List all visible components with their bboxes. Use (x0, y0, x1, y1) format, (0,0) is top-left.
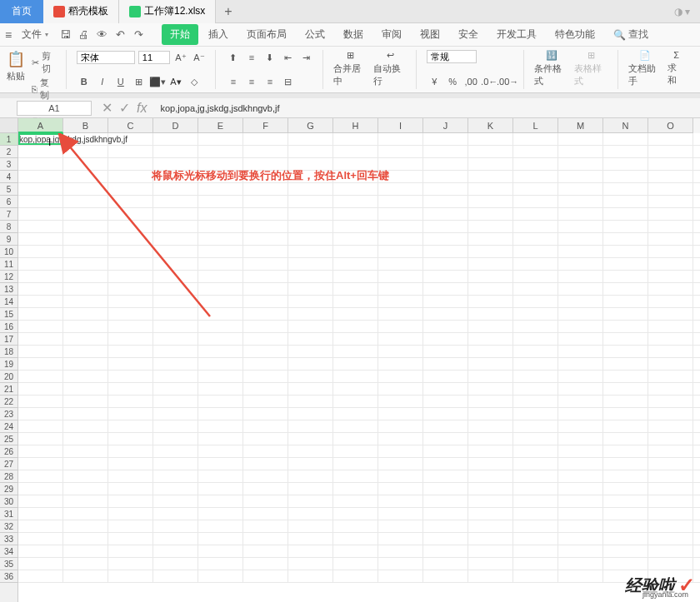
cell[interactable] (153, 445, 198, 457)
cell[interactable] (378, 396, 423, 407)
tab-file[interactable]: 工作簿12.xlsx (119, 0, 216, 23)
cell[interactable] (513, 333, 558, 345)
cell[interactable] (378, 233, 423, 245)
cell[interactable] (333, 570, 378, 582)
cell[interactable] (63, 346, 108, 357)
cell[interactable] (513, 271, 558, 282)
cell[interactable] (558, 470, 603, 482)
cell[interactable] (108, 333, 153, 345)
save-icon[interactable]: 🖫 (58, 28, 72, 42)
cell[interactable] (243, 146, 288, 157)
cell[interactable] (198, 408, 243, 420)
grid-body[interactable]: kop,jopa,jg,jskdg,jsdkhngvb,jf I 将鼠标光标移动… (18, 133, 700, 602)
new-tab-button[interactable]: + (216, 4, 240, 19)
cell[interactable] (243, 458, 288, 470)
row-header-13[interactable]: 13 (0, 283, 18, 296)
cell[interactable] (468, 533, 513, 545)
cell[interactable] (378, 545, 423, 557)
cell[interactable] (18, 520, 63, 532)
ribbon-tab-formula[interactable]: 公式 (297, 24, 333, 45)
cell[interactable] (468, 420, 513, 432)
cell[interactable] (423, 371, 468, 382)
cell[interactable] (603, 495, 648, 507)
col-header-c[interactable]: C (108, 118, 153, 133)
cell[interactable] (243, 258, 288, 270)
cell[interactable] (648, 420, 693, 432)
cell[interactable] (558, 196, 603, 207)
cell[interactable] (198, 358, 243, 370)
align-bottom-icon[interactable]: ⬇ (262, 50, 278, 65)
cell[interactable] (333, 371, 378, 382)
cell[interactable] (378, 408, 423, 420)
cell[interactable] (108, 433, 153, 445)
cell[interactable] (333, 558, 378, 570)
cell[interactable] (648, 133, 693, 145)
cell[interactable] (378, 570, 423, 582)
cell[interactable] (333, 333, 378, 345)
decrease-font-icon[interactable]: A⁻ (192, 50, 207, 65)
row-header-5[interactable]: 5 (0, 183, 18, 196)
align-right-icon[interactable]: ≡ (262, 74, 278, 89)
percent-icon[interactable]: % (445, 74, 460, 89)
cell[interactable] (648, 183, 693, 195)
ribbon-tab-layout[interactable]: 页面布局 (238, 24, 295, 45)
cell[interactable] (198, 533, 243, 545)
cell[interactable] (243, 221, 288, 232)
cell[interactable] (378, 508, 423, 520)
cell[interactable] (468, 396, 513, 407)
cell[interactable] (648, 346, 693, 357)
cell[interactable] (558, 433, 603, 445)
ribbon-tab-dev[interactable]: 开发工具 (488, 24, 545, 45)
cell[interactable] (63, 520, 108, 532)
cell[interactable] (513, 283, 558, 295)
cell[interactable] (558, 396, 603, 407)
cell[interactable] (648, 246, 693, 257)
indent-decrease-icon[interactable]: ⇤ (281, 50, 296, 65)
redo-icon[interactable]: ↷ (132, 28, 145, 42)
cell[interactable] (378, 383, 423, 395)
cell[interactable] (63, 470, 108, 482)
row-header-3[interactable]: 3 (0, 158, 18, 171)
cell[interactable] (333, 233, 378, 245)
cell[interactable] (333, 346, 378, 357)
cell[interactable] (603, 396, 648, 407)
cell[interactable] (378, 183, 423, 195)
cell[interactable] (558, 158, 603, 170)
cell[interactable] (603, 171, 648, 182)
font-size-select[interactable] (138, 51, 170, 64)
align-middle-icon[interactable]: ≡ (244, 50, 259, 65)
cell[interactable] (648, 146, 693, 157)
cell[interactable] (333, 545, 378, 557)
cell[interactable] (108, 570, 153, 582)
align-top-icon[interactable]: ⬆ (226, 50, 241, 65)
row-header-6[interactable]: 6 (0, 196, 18, 208)
cell[interactable] (288, 383, 333, 395)
cell[interactable] (468, 383, 513, 395)
cell[interactable] (423, 146, 468, 157)
cell[interactable] (288, 508, 333, 520)
cell[interactable] (63, 433, 108, 445)
cell[interactable] (423, 396, 468, 407)
cell[interactable] (648, 333, 693, 345)
cell[interactable] (333, 396, 378, 407)
cell[interactable] (243, 358, 288, 370)
cell[interactable] (333, 445, 378, 457)
font-color-button[interactable]: A▾ (168, 74, 183, 89)
cell[interactable] (333, 420, 378, 432)
cell[interactable] (513, 308, 558, 320)
cell[interactable] (333, 221, 378, 232)
cell[interactable] (648, 258, 693, 270)
row-header-26[interactable]: 26 (0, 445, 18, 458)
cell[interactable] (108, 558, 153, 570)
cell[interactable] (603, 408, 648, 420)
cell[interactable] (288, 258, 333, 270)
cell[interactable] (513, 520, 558, 532)
cell[interactable] (423, 271, 468, 282)
row-header-11[interactable]: 11 (0, 258, 18, 271)
cell[interactable] (468, 346, 513, 357)
cell[interactable] (18, 558, 63, 570)
cell[interactable] (648, 383, 693, 395)
cell[interactable] (378, 196, 423, 207)
cell[interactable] (18, 508, 63, 520)
cell[interactable] (423, 520, 468, 532)
